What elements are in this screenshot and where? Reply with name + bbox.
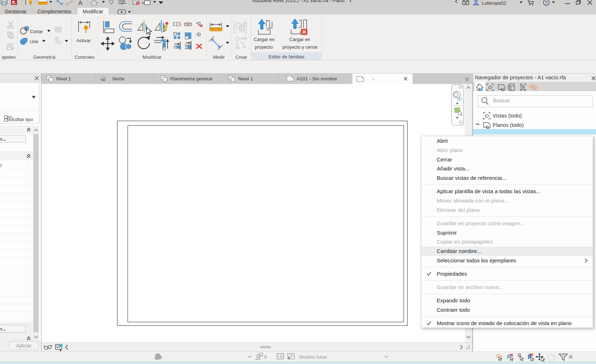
svg-text:?: ?: [545, 0, 547, 5]
svg-text:e: e: [0, 162, 2, 168]
svg-text:Modelo base: Modelo base: [299, 354, 327, 360]
svg-text:r...: r...: [0, 136, 6, 142]
svg-text:A: A: [78, 0, 83, 6]
svg-text:r...: r...: [0, 326, 6, 332]
svg-text:Luferupa52: Luferupa52: [482, 0, 506, 6]
svg-text::0: :0: [568, 354, 572, 360]
svg-text:2D: 2D: [457, 97, 462, 101]
svg-text:E: E: [133, 1, 135, 5]
svg-text::0: :0: [263, 354, 267, 360]
